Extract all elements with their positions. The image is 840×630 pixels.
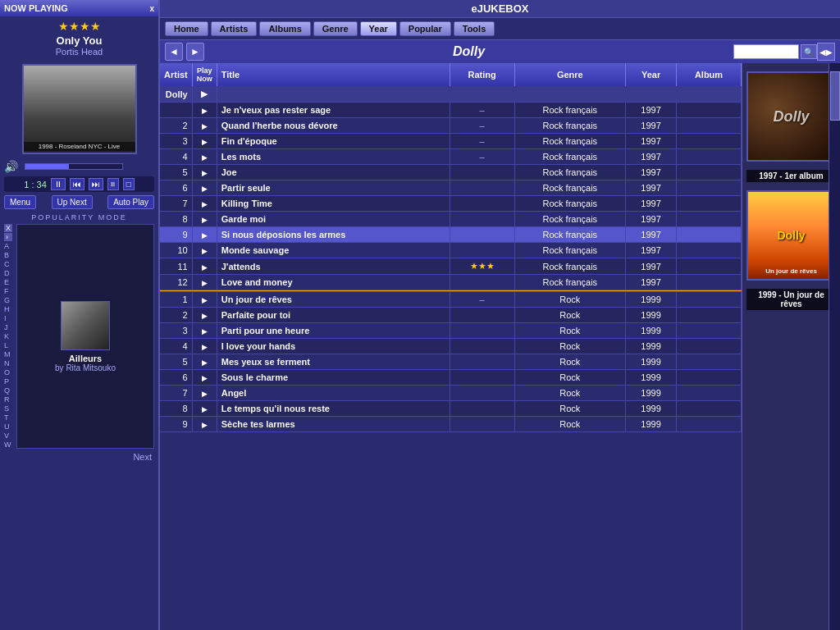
- play-now-cell[interactable]: ▶: [192, 292, 217, 308]
- table-row[interactable]: 2 ▶ Parfaite pour toi Rock 1999: [160, 308, 742, 323]
- track-title[interactable]: Garde moi: [217, 212, 450, 227]
- table-row[interactable]: ▶ Je n'veux pas rester sage – Rock franç…: [160, 103, 742, 118]
- track-title[interactable]: Monde sauvage: [217, 243, 450, 258]
- table-row[interactable]: 7 ▶ Killing Time Rock français 1997: [160, 196, 742, 212]
- alpha-w[interactable]: W: [4, 441, 12, 449]
- play-now-cell[interactable]: ▶: [192, 196, 217, 212]
- table-row[interactable]: 6 ▶ Sous le charme Rock 1999: [160, 370, 742, 386]
- play-now-cell[interactable]: ▶: [192, 180, 217, 196]
- nav-tools[interactable]: Tools: [454, 21, 495, 36]
- play-now-cell[interactable]: ▶: [192, 323, 217, 339]
- up-next-button[interactable]: Up Next: [52, 195, 93, 209]
- table-row[interactable]: 1 ▶ Un jour de rêves – Rock 1999: [160, 292, 742, 308]
- nav-albums[interactable]: Albums: [259, 21, 310, 36]
- menu-button[interactable]: Menu: [4, 195, 36, 209]
- popular-item[interactable]: Ailleurs by Rita Mitsouko: [16, 224, 154, 449]
- np-eq-button[interactable]: ≡: [107, 178, 119, 190]
- scrollbar-thumb[interactable]: [830, 71, 840, 121]
- search-input[interactable]: [733, 44, 799, 59]
- track-title[interactable]: Parfaite pour toi: [217, 308, 450, 323]
- play-now-cell[interactable]: ▶: [192, 370, 217, 386]
- nav-genre[interactable]: Genre: [313, 21, 358, 36]
- track-title[interactable]: Sous le charme: [217, 370, 450, 386]
- alpha-p[interactable]: P: [4, 377, 12, 386]
- progress-bar[interactable]: [25, 163, 123, 170]
- nav-year[interactable]: Year: [360, 21, 397, 36]
- alpha-f[interactable]: F: [4, 287, 12, 295]
- alpha-o[interactable]: O: [4, 368, 12, 377]
- play-now-cell[interactable]: ▶: [192, 401, 217, 417]
- track-title[interactable]: Je n'veux pas rester sage: [217, 103, 450, 118]
- nav-popular[interactable]: Popular: [399, 21, 451, 36]
- alpha-u[interactable]: U: [4, 422, 12, 431]
- track-title[interactable]: J'attends: [217, 258, 450, 275]
- nav-artists[interactable]: Artists: [211, 21, 258, 36]
- play-now-cell[interactable]: ▶: [192, 339, 217, 354]
- play-now-cell[interactable]: ▶: [192, 212, 217, 227]
- table-row[interactable]: 4 ▶ Les mots – Rock français 1997: [160, 149, 742, 165]
- np-prev-button[interactable]: ⏮: [70, 178, 84, 190]
- play-cell-artist[interactable]: ▶: [192, 86, 217, 103]
- track-list-area[interactable]: Artist PlayNow Title Rating Genre Year A…: [160, 63, 742, 630]
- table-row[interactable]: 10 ▶ Monde sauvage Rock français 1997: [160, 243, 742, 258]
- alpha-x[interactable]: X: [4, 224, 12, 232]
- track-title[interactable]: Joe: [217, 165, 450, 180]
- table-row[interactable]: 2 ▶ Quand l'herbe nous dévore – Rock fra…: [160, 118, 742, 134]
- track-title[interactable]: Fin d'époque: [217, 134, 450, 149]
- alpha-k[interactable]: K: [4, 332, 12, 340]
- table-row[interactable]: 6 ▶ Partir seule Rock français 1997: [160, 180, 742, 196]
- alpha-n[interactable]: N: [4, 359, 12, 368]
- alpha-j[interactable]: J: [4, 323, 12, 331]
- play-now-cell[interactable]: ▶: [192, 243, 217, 258]
- track-title[interactable]: Angel: [217, 386, 450, 401]
- track-title[interactable]: Le temps qu'il nous reste: [217, 401, 450, 417]
- play-now-cell[interactable]: ▶: [192, 354, 217, 370]
- play-now-cell[interactable]: ▶: [192, 134, 217, 149]
- table-row[interactable]: 5 ▶ Mes yeux se ferment Rock 1999: [160, 354, 742, 370]
- play-now-cell[interactable]: ▶: [192, 118, 217, 134]
- alpha-e[interactable]: E: [4, 278, 12, 286]
- alpha-i[interactable]: I: [4, 314, 12, 322]
- table-row[interactable]: 12 ▶ Love and money Rock français 1997: [160, 275, 742, 290]
- np-close-button[interactable]: x: [149, 4, 154, 13]
- alpha-d[interactable]: D: [4, 269, 12, 277]
- alpha-b[interactable]: B: [4, 251, 12, 259]
- table-row[interactable]: 11 ▶ J'attends ★★★ Rock français 1997: [160, 258, 742, 275]
- nav-home[interactable]: Home: [165, 21, 208, 36]
- scrollbar-track[interactable]: [829, 63, 840, 630]
- track-title[interactable]: Mes yeux se ferment: [217, 354, 450, 370]
- track-title[interactable]: Quand l'herbe nous dévore: [217, 118, 450, 134]
- alpha-a[interactable]: A: [4, 242, 12, 250]
- alpha-q[interactable]: Q: [4, 386, 12, 395]
- alpha-h[interactable]: H: [4, 305, 12, 313]
- alpha-t[interactable]: T: [4, 413, 12, 422]
- sidebar-toggle-button[interactable]: ◀▶: [817, 43, 835, 61]
- track-title[interactable]: Sèche tes larmes: [217, 417, 450, 432]
- table-row[interactable]: 7 ▶ Angel Rock 1999: [160, 386, 742, 401]
- alpha-arrow[interactable]: ›: [4, 233, 12, 241]
- np-pause-button[interactable]: ⏸: [51, 178, 66, 190]
- table-row[interactable]: 9 ▶ Sèche tes larmes Rock 1999: [160, 417, 742, 432]
- track-title[interactable]: Si nous déposions les armes: [217, 227, 450, 243]
- track-title[interactable]: Partir seule: [217, 180, 450, 196]
- table-row[interactable]: 8 ▶ Le temps qu'il nous reste Rock 1999: [160, 401, 742, 417]
- forward-button[interactable]: ►: [186, 43, 204, 61]
- table-row[interactable]: 3 ▶ Fin d'époque – Rock français 1997: [160, 134, 742, 149]
- play-now-cell[interactable]: ▶: [192, 308, 217, 323]
- auto-play-button[interactable]: Auto Play: [107, 195, 154, 209]
- table-row[interactable]: 5 ▶ Joe Rock français 1997: [160, 165, 742, 180]
- np-vis-button[interactable]: □: [123, 178, 135, 190]
- table-row[interactable]: 9 ▶ Si nous déposions les armes Rock fra…: [160, 227, 742, 243]
- alpha-l[interactable]: L: [4, 341, 12, 349]
- play-now-cell[interactable]: ▶: [192, 386, 217, 401]
- play-now-cell[interactable]: ▶: [192, 417, 217, 432]
- track-title[interactable]: Un jour de rêves: [217, 292, 450, 308]
- play-now-cell[interactable]: ▶: [192, 165, 217, 180]
- alpha-c[interactable]: C: [4, 260, 12, 268]
- play-now-cell[interactable]: ▶: [192, 275, 217, 290]
- play-now-cell[interactable]: ▶: [192, 103, 217, 118]
- track-title[interactable]: Les mots: [217, 149, 450, 165]
- track-title[interactable]: I love your hands: [217, 339, 450, 354]
- table-row[interactable]: 3 ▶ Parti pour une heure Rock 1999: [160, 323, 742, 339]
- play-now-cell[interactable]: ▶: [192, 258, 217, 275]
